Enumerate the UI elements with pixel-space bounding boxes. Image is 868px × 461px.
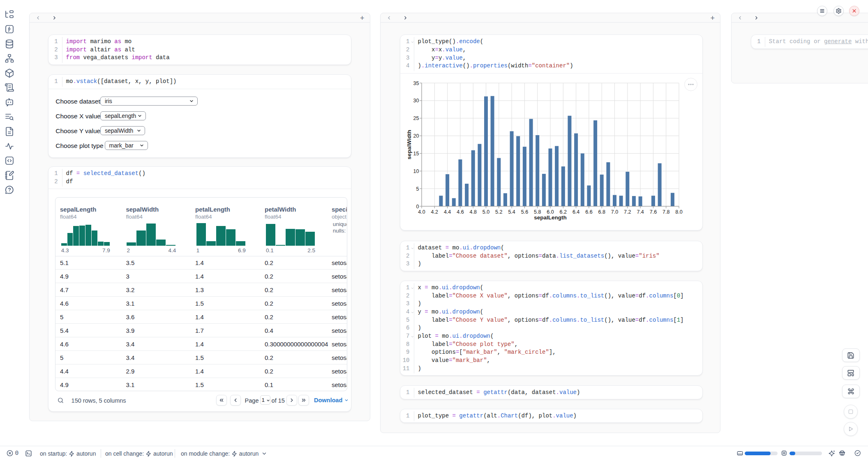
svg-text:5.0: 5.0 bbox=[482, 209, 489, 215]
svg-text:6.0: 6.0 bbox=[547, 209, 554, 215]
svg-text:7.8: 7.8 bbox=[663, 209, 669, 215]
svg-text:5.6: 5.6 bbox=[521, 209, 528, 215]
svg-text:25: 25 bbox=[413, 116, 419, 122]
svg-text:5: 5 bbox=[416, 186, 419, 192]
svg-text:20: 20 bbox=[413, 133, 419, 139]
svg-text:4.0: 4.0 bbox=[418, 209, 425, 215]
svg-text:4.6: 4.6 bbox=[457, 209, 464, 215]
svg-text:5.2: 5.2 bbox=[495, 209, 502, 215]
svg-text:4.2: 4.2 bbox=[431, 209, 438, 215]
svg-text:7.2: 7.2 bbox=[624, 209, 631, 215]
svg-text:sepalLength: sepalLength bbox=[534, 214, 567, 221]
svg-text:6.6: 6.6 bbox=[585, 209, 592, 215]
svg-text:4.8: 4.8 bbox=[469, 209, 476, 215]
svg-text:0: 0 bbox=[416, 204, 419, 210]
svg-text:7.4: 7.4 bbox=[637, 209, 644, 215]
svg-text:6.8: 6.8 bbox=[598, 209, 605, 215]
svg-text:8.0: 8.0 bbox=[675, 209, 682, 215]
svg-text:15: 15 bbox=[413, 151, 419, 157]
svg-text:6.4: 6.4 bbox=[572, 209, 579, 215]
svg-text:5.4: 5.4 bbox=[508, 209, 515, 215]
svg-text:35: 35 bbox=[413, 81, 419, 86]
svg-text:7.6: 7.6 bbox=[649, 209, 656, 215]
svg-text:10: 10 bbox=[413, 168, 419, 174]
svg-text:6.2: 6.2 bbox=[559, 209, 566, 215]
svg-text:sepalWidth: sepalWidth bbox=[406, 130, 412, 159]
svg-text:4.4: 4.4 bbox=[443, 209, 450, 215]
svg-text:30: 30 bbox=[413, 98, 419, 104]
svg-text:5.8: 5.8 bbox=[534, 209, 541, 215]
svg-text:7.0: 7.0 bbox=[611, 209, 618, 215]
